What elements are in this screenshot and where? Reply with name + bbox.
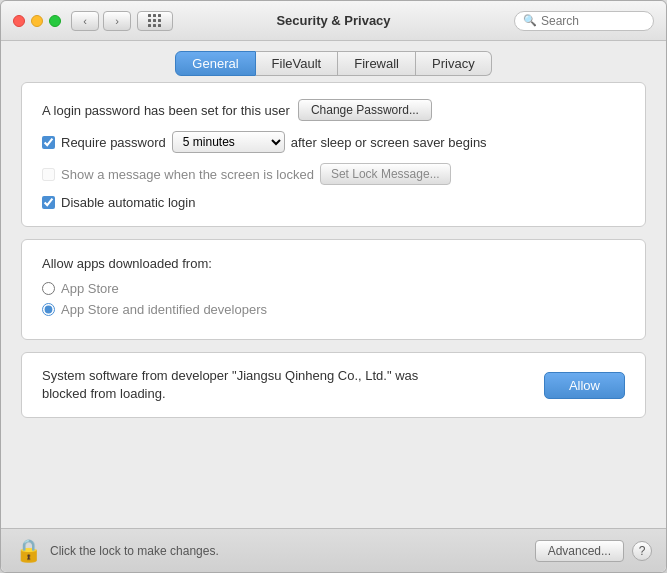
lock-text: Click the lock to make changes. (50, 544, 219, 558)
tab-filevault[interactable]: FileVault (256, 51, 339, 76)
allow-button[interactable]: Allow (544, 372, 625, 399)
tab-general[interactable]: General (175, 51, 255, 76)
app-store-radio[interactable] (42, 282, 55, 295)
tab-firewall[interactable]: Firewall (338, 51, 416, 76)
nav-buttons: ‹ › (61, 11, 131, 31)
change-password-button[interactable]: Change Password... (298, 99, 432, 121)
notification-text: System software from developer "Jiangsu … (42, 367, 442, 403)
forward-button[interactable]: › (103, 11, 131, 31)
close-button[interactable] (13, 15, 25, 27)
require-password-checkbox[interactable] (42, 136, 55, 149)
lock-icon[interactable]: 🔒 (15, 538, 42, 564)
app-store-identified-label: App Store and identified developers (61, 302, 267, 317)
traffic-lights (1, 15, 61, 27)
disable-auto-login-row: Disable automatic login (42, 195, 625, 210)
bottom-right-controls: Advanced... ? (535, 540, 652, 562)
forward-icon: › (115, 15, 119, 27)
grid-icon (148, 14, 162, 28)
app-store-only-row: App Store (42, 281, 625, 296)
disable-auto-login-checkbox[interactable] (42, 196, 55, 209)
tab-bar: General FileVault Firewall Privacy (1, 41, 666, 82)
app-store-identified-radio[interactable] (42, 303, 55, 316)
advanced-button[interactable]: Advanced... (535, 540, 624, 562)
disable-auto-login-label: Disable automatic login (61, 195, 195, 210)
back-button[interactable]: ‹ (71, 11, 99, 31)
lock-area: 🔒 Click the lock to make changes. (15, 538, 219, 564)
after-sleep-text: after sleep or screen saver begins (291, 135, 487, 150)
apps-title: Allow apps downloaded from: (42, 256, 625, 271)
grid-view-button[interactable] (137, 11, 173, 31)
apps-section: Allow apps downloaded from: App Store Ap… (21, 239, 646, 340)
login-password-text: A login password has been set for this u… (42, 103, 290, 118)
main-content: A login password has been set for this u… (1, 82, 666, 528)
password-timeout-select[interactable]: 5 minutes immediately 5 seconds 1 minute… (172, 131, 285, 153)
notification-section: System software from developer "Jiangsu … (21, 352, 646, 418)
search-icon: 🔍 (523, 14, 537, 27)
maximize-button[interactable] (49, 15, 61, 27)
help-button[interactable]: ? (632, 541, 652, 561)
app-store-identified-row: App Store and identified developers (42, 302, 625, 317)
show-message-checkbox[interactable] (42, 168, 55, 181)
show-message-row: Show a message when the screen is locked… (42, 163, 625, 185)
search-box[interactable]: 🔍 (514, 11, 654, 31)
set-lock-message-button[interactable]: Set Lock Message... (320, 163, 451, 185)
show-message-label: Show a message when the screen is locked (61, 167, 314, 182)
bottom-bar: 🔒 Click the lock to make changes. Advanc… (1, 528, 666, 572)
window-title: Security & Privacy (276, 13, 390, 28)
main-window: ‹ › Security & Privacy 🔍 General FileVau… (0, 0, 667, 573)
minimize-button[interactable] (31, 15, 43, 27)
require-password-row: Require password 5 minutes immediately 5… (42, 131, 625, 153)
app-store-label: App Store (61, 281, 119, 296)
login-section: A login password has been set for this u… (21, 82, 646, 227)
titlebar: ‹ › Security & Privacy 🔍 (1, 1, 666, 41)
back-icon: ‹ (83, 15, 87, 27)
require-password-label: Require password (61, 135, 166, 150)
login-password-row: A login password has been set for this u… (42, 99, 625, 121)
tab-privacy[interactable]: Privacy (416, 51, 492, 76)
search-input[interactable] (541, 14, 645, 28)
